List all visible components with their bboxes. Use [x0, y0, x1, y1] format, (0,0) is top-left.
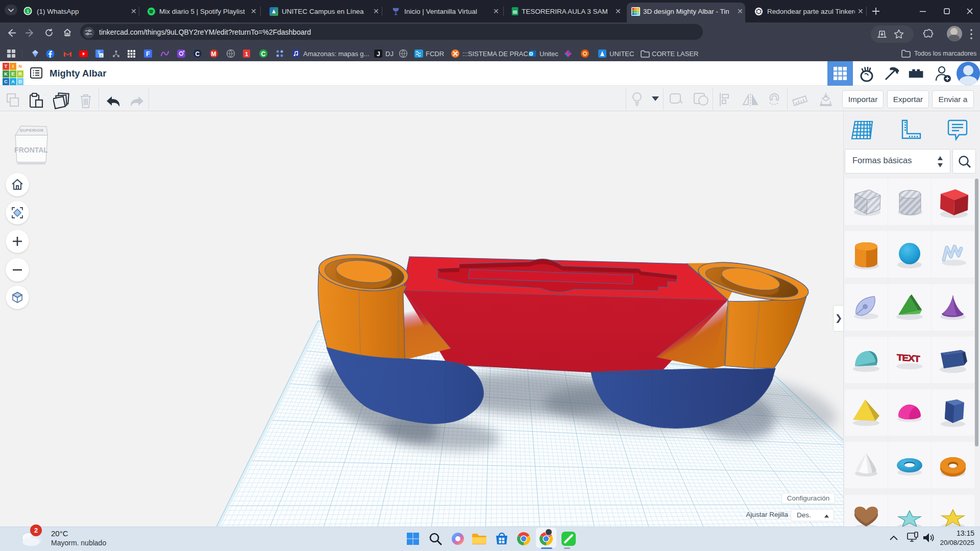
- svg-text:SUPERIOR: SUPERIOR: [20, 128, 44, 133]
- svg-text:M: M: [211, 51, 216, 58]
- svg-text:A: A: [100, 54, 103, 58]
- svg-text:1: 1: [245, 51, 248, 57]
- svg-text:F: F: [146, 50, 150, 58]
- svg-text:1: 1: [27, 8, 29, 14]
- svg-text:FRONTAL: FRONTAL: [14, 146, 48, 154]
- svg-text:C: C: [261, 51, 266, 58]
- svg-text:TEXT: TEXT: [897, 352, 920, 364]
- svg-text:J: J: [377, 51, 380, 58]
- svg-text:C: C: [195, 51, 200, 58]
